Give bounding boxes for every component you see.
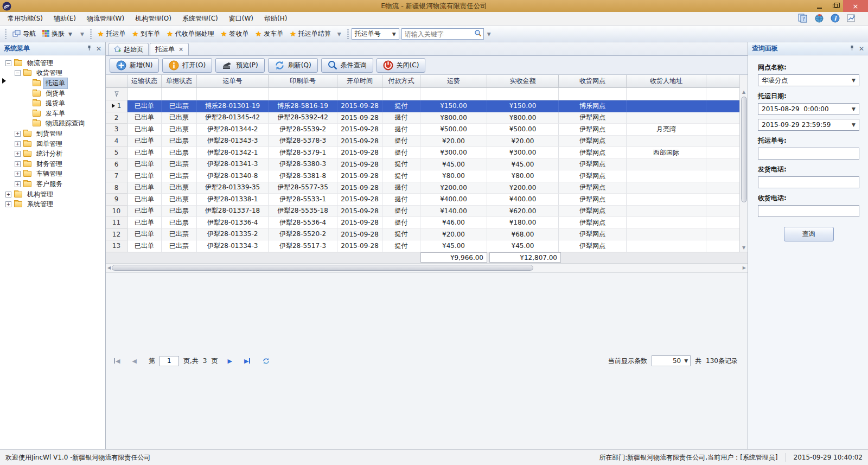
column-header-received-amount[interactable]: 实收金额 [487,75,559,87]
table-row[interactable]: 10已出单已出票伊犁28-01337-18伊犁28-5535-182015-09… [106,206,739,218]
column-header-open-time[interactable]: 开单时间 [337,75,382,87]
menu-item-7[interactable]: 帮助(H) [259,12,292,26]
globe-icon[interactable] [814,14,824,24]
table-row[interactable]: 9已出单已出票伊犁28-01338-1伊犁28-5533-12015-09-28… [106,194,739,206]
filter-cell-print-no[interactable] [269,88,337,100]
table-row[interactable]: 6已出单已出票伊犁28-01341-3伊犁28-5380-32015-09-28… [106,159,739,171]
search-magnifier-icon[interactable] [474,29,482,39]
navigation-button[interactable]: 导航 [9,28,39,40]
filter-cell-receiver-address[interactable] [627,88,706,100]
favorite-shortcut-4[interactable]: ★签收单 [218,28,252,40]
filter-cell-doc-status[interactable] [162,88,197,100]
filter-cell-freight[interactable] [420,88,487,100]
column-header-transport-status[interactable]: 运输状态 [127,75,162,87]
refresh-button[interactable]: 刷新(Q) [268,58,318,73]
skin-button[interactable]: 换肤 ▼ [39,28,77,40]
menu-item-2[interactable]: 辅助(E) [48,12,81,26]
next-page-icon[interactable]: ▶ [227,358,232,365]
favorite-shortcut-6[interactable]: ★托运单结算 [286,28,334,40]
column-header-receiver-address[interactable]: 收货人地址 [627,75,706,87]
filter-cell-open-time[interactable] [337,88,382,100]
minimize-button[interactable] [812,0,827,12]
tree-item-5[interactable]: 提货单 [0,98,105,109]
filter-cell-transport-status[interactable] [127,88,162,100]
tree-item-4[interactable]: 倒货单 [0,88,105,99]
maximize-button[interactable] [827,0,843,12]
vertical-scroll-thumb[interactable] [741,97,747,202]
waybill-no-input[interactable] [758,148,859,160]
filter-cell-branch[interactable] [559,88,627,100]
table-row[interactable]: 4已出单已出票伊犁28-01343-3伊犁28-5378-32015-09-28… [106,136,739,148]
expand-icon[interactable]: + [15,181,21,187]
close-button[interactable]: 关闭(C) [376,58,426,73]
scroll-right-icon[interactable]: ▶ [743,264,746,272]
toolbar-grip[interactable] [347,29,349,39]
new-button[interactable]: 新增(N) [110,58,159,73]
filter-cell-pay-method[interactable] [382,88,420,100]
tree-item-12[interactable]: +车辆管理 [0,169,105,180]
column-header-branch[interactable]: 收货网点 [559,75,627,87]
favorite-shortcut-2[interactable]: ★到车单 [129,28,164,40]
branch-name-select[interactable]: 华凌分点 ▼ [758,74,859,86]
horizontal-scroll-thumb[interactable] [112,265,533,271]
tree-item-10[interactable]: +统计分析 [0,149,105,159]
toolbar-grip[interactable] [90,29,92,39]
column-header-freight[interactable]: 运费 [420,75,487,87]
favorites-overflow-icon[interactable]: ▼ [335,30,343,38]
close-button[interactable]: × [843,0,868,12]
tree-item-6[interactable]: 发车单 [0,109,105,119]
query-button[interactable]: 查询 [784,227,834,241]
table-row[interactable]: 3已出单已出票伊犁28-01344-2伊犁28-5539-22015-09-28… [106,124,739,136]
table-row[interactable]: 8已出单已出票伊犁28-01339-35伊犁28-5577-352015-09-… [106,182,739,194]
filter-cell-received-amount[interactable] [487,88,559,100]
scroll-up-icon[interactable]: ▲ [742,88,745,96]
favorite-shortcut-1[interactable]: ★托运单 [94,28,129,40]
expand-icon[interactable]: + [5,201,11,207]
pager-refresh-icon[interactable] [263,358,270,365]
column-header-doc-status[interactable]: 单据状态 [162,75,197,87]
expand-icon[interactable]: + [15,141,21,147]
column-header-pay-method[interactable]: 付款方式 [382,75,420,87]
tree-item-8[interactable]: +到货管理 [0,129,105,139]
tab-close-icon[interactable]: ✕ [178,46,183,53]
menu-item-5[interactable]: 系统管理(C) [177,12,224,26]
table-row[interactable]: 5已出单已出票伊犁28-01342-1伊犁28-5379-12015-09-28… [106,147,739,159]
tree-item-7[interactable]: 物流跟踪查询 [0,119,105,129]
tree-item-1[interactable]: −物流管理 [0,58,105,68]
favorite-shortcut-5[interactable]: ★发车单 [252,28,286,40]
column-header-print-no[interactable]: 印刷单号 [269,75,337,87]
keyword-search-input[interactable] [402,30,474,38]
vertical-scrollbar[interactable]: ▲ ▼ [739,75,748,252]
date-to-select[interactable]: 2015-09-29 23:59:59 ▼ [758,119,859,131]
tree-item-3[interactable]: 托运单 [0,78,105,88]
table-row[interactable]: 1已出单已出票博乐28-01301-19博乐28-5816-192015-09-… [106,100,739,112]
tree-item-13[interactable]: +客户服务 [0,179,105,189]
condition-query-button[interactable]: 条件查询 [321,58,373,73]
expand-icon[interactable]: + [15,171,21,177]
table-row[interactable]: 11已出单已出票伊犁28-01336-4伊犁28-5536-42015-09-2… [106,217,739,229]
table-row[interactable]: 12已出单已出票伊犁28-01335-2伊犁28-5520-22015-09-2… [106,229,739,241]
menu-item-3[interactable]: 物流管理(W) [81,12,130,26]
info-icon[interactable]: i [831,14,840,24]
search-category-select[interactable]: 托运单号 ▼ [352,28,399,40]
favorite-shortcut-3[interactable]: ★代收单据处理 [163,28,218,40]
horizontal-scrollbar[interactable]: ◀ ▶ [106,264,748,273]
table-row[interactable]: 7已出单已出票伊犁28-01340-8伊犁28-5381-82015-09-28… [106,170,739,182]
pin-icon[interactable] [850,45,854,53]
report-icon[interactable] [846,14,856,24]
tree-item-9[interactable]: +回单管理 [0,139,105,149]
expand-icon[interactable]: + [15,151,21,157]
menu-item-6[interactable]: 窗口(W) [224,12,259,26]
open-button[interactable]: 打开(O) [162,58,212,73]
scroll-down-icon[interactable]: ▼ [742,244,745,252]
last-page-icon[interactable]: ▶ [244,358,251,365]
menu-item-4[interactable]: 机构管理(O) [130,12,177,26]
collapse-icon[interactable]: − [5,60,11,66]
recv-phone-input[interactable] [758,205,859,217]
table-row[interactable]: 13已出单已出票伊犁28-01334-3伊犁28-5517-32015-09-2… [106,240,739,252]
toolbar-grip[interactable] [5,29,7,39]
search-overflow-icon[interactable]: ▼ [485,30,493,38]
filter-cell-waybill-no[interactable] [197,88,269,100]
table-row[interactable]: 2已出单已出票伊犁28-01345-42伊犁28-5392-422015-09-… [106,112,739,124]
page-size-select[interactable]: 50 ▼ [652,355,691,366]
